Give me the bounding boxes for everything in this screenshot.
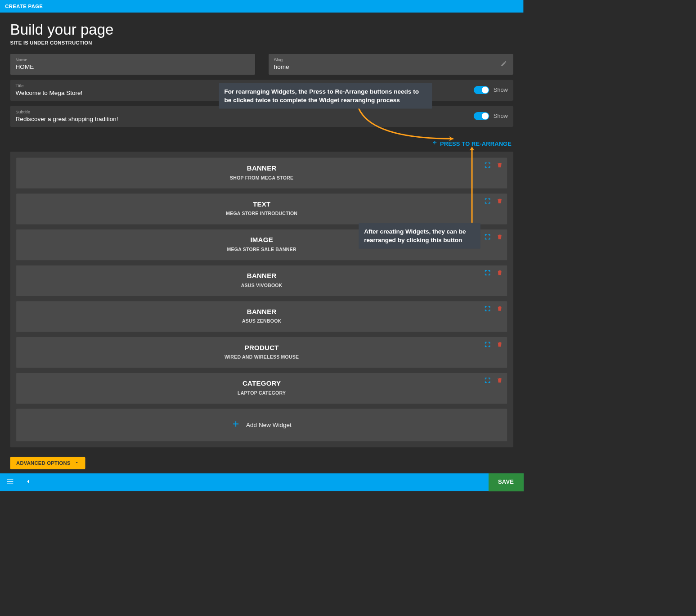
slug-input[interactable] — [274, 63, 508, 71]
rearrange-button[interactable]: PRESS TO RE-ARRANGE — [432, 140, 512, 148]
pencil-icon[interactable] — [500, 60, 507, 68]
widget-card[interactable]: BANNERASUS ZENBOOK — [16, 301, 507, 332]
widget-type: CATEGORY — [22, 380, 501, 387]
name-label: Name — [16, 57, 250, 62]
trash-icon[interactable] — [496, 234, 503, 242]
widget-type: BANNER — [22, 164, 501, 172]
subtitle-field[interactable]: Subtitle Rediscover a great shopping tra… — [10, 106, 513, 127]
widget-subtitle: LAPTOP CATEGORY — [22, 390, 501, 396]
rearrange-label: PRESS TO RE-ARRANGE — [440, 140, 512, 147]
advanced-options-button[interactable]: ADVANCED OPTIONS — [10, 457, 85, 469]
widget-subtitle: SHOP FROM MEGA STORE — [22, 175, 501, 180]
widget-subtitle: WIRED AND WIRELESS MOUSE — [22, 354, 501, 360]
save-button[interactable]: SAVE — [489, 473, 523, 491]
widget-subtitle: MEGA STORE INTRODUCTION — [22, 211, 501, 216]
trash-icon[interactable] — [496, 377, 503, 385]
subtitle-show-label: Show — [494, 112, 508, 119]
save-label: SAVE — [498, 479, 514, 485]
expand-icon[interactable] — [484, 341, 491, 349]
top-bar-title: CREATE PAGE — [5, 4, 43, 9]
widget-card[interactable]: TEXTMEGA STORE INTRODUCTION — [16, 193, 507, 224]
expand-icon[interactable] — [484, 377, 491, 385]
chevron-down-icon — [75, 460, 80, 466]
trash-icon[interactable] — [496, 341, 503, 349]
expand-icon[interactable] — [484, 198, 491, 206]
trash-icon[interactable] — [496, 305, 503, 313]
bottom-bar: SAVE — [0, 473, 523, 491]
subtitle-show-toggle[interactable] — [474, 112, 489, 120]
widget-type: TEXT — [22, 200, 501, 208]
trash-icon[interactable] — [496, 162, 503, 170]
advanced-options-label: ADVANCED OPTIONS — [16, 460, 71, 466]
expand-icon[interactable] — [484, 234, 491, 242]
subtitle-value: Rediscover a great shopping tradition! — [16, 116, 474, 123]
page-subtitle: SITE IS UNDER CONSTRUCTION — [10, 40, 513, 45]
title-show-toggle[interactable] — [474, 86, 489, 94]
widget-card[interactable]: BANNERASUS VIVOBOOK — [16, 265, 507, 296]
trash-icon[interactable] — [496, 270, 503, 278]
add-widget-label: Add New Widget — [246, 422, 292, 429]
page-title: Build your page — [10, 21, 513, 38]
annotation-tooltip-2: After creating Widgets, they can be rear… — [359, 223, 480, 249]
widget-card[interactable]: BANNERSHOP FROM MEGA STORE — [16, 157, 507, 188]
slug-field[interactable]: Slug — [269, 54, 513, 75]
subtitle-label: Subtitle — [16, 109, 474, 114]
top-bar: CREATE PAGE — [0, 0, 523, 13]
plus-icon — [232, 419, 240, 430]
expand-icon[interactable] — [484, 162, 491, 170]
menu-icon[interactable] — [6, 477, 14, 487]
widget-card[interactable]: PRODUCTWIRED AND WIRELESS MOUSE — [16, 337, 507, 368]
title-show-label: Show — [494, 87, 508, 94]
slug-label: Slug — [274, 57, 508, 62]
annotation-tooltip-1: For rearranging Widgets, the Press to Re… — [219, 83, 432, 108]
back-icon[interactable] — [24, 478, 32, 487]
widget-type: PRODUCT — [22, 344, 501, 351]
widget-type: BANNER — [22, 308, 501, 315]
expand-icon[interactable] — [484, 270, 491, 278]
expand-icon[interactable] — [484, 305, 491, 313]
widgets-panel: BANNERSHOP FROM MEGA STORETEXTMEGA STORE… — [10, 152, 513, 447]
move-icon — [432, 140, 437, 148]
widget-subtitle: ASUS ZENBOOK — [22, 319, 501, 324]
widget-card[interactable]: CATEGORYLAPTOP CATEGORY — [16, 373, 507, 404]
widget-type: BANNER — [22, 272, 501, 280]
name-field[interactable]: Name — [10, 54, 255, 75]
widget-subtitle: ASUS VIVOBOOK — [22, 283, 501, 288]
trash-icon[interactable] — [496, 198, 503, 206]
add-widget-button[interactable]: Add New Widget — [16, 409, 507, 441]
name-input[interactable] — [16, 63, 250, 71]
